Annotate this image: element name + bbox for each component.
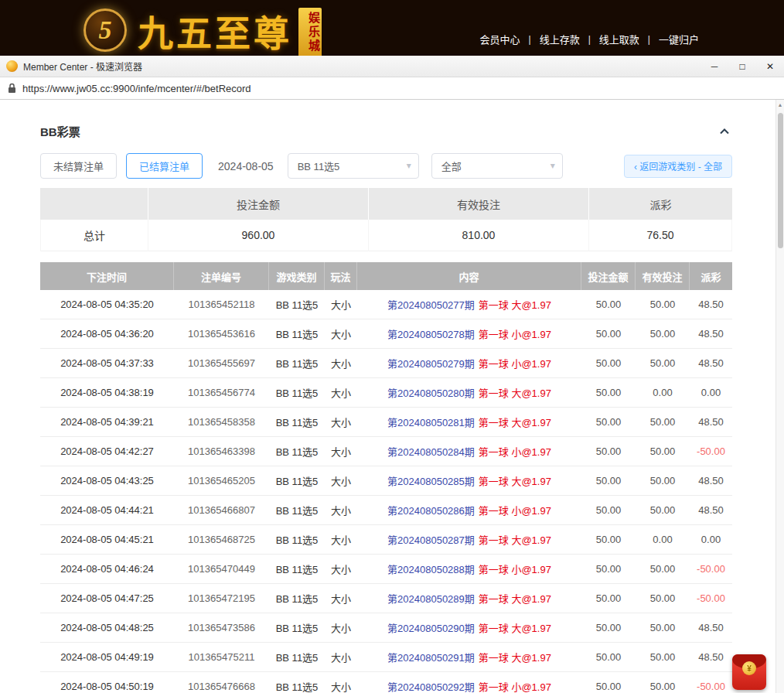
logo-subtitle: 娱乐城 — [298, 8, 322, 56]
back-to-game-category-button[interactable]: ‹ 返回游戏类别 - 全部 — [624, 155, 732, 178]
browser-favicon-icon — [6, 60, 18, 72]
cell-valid: 50.00 — [636, 290, 690, 319]
table-header-cell: 派彩 — [690, 262, 732, 290]
close-button[interactable]: ✕ — [756, 56, 784, 77]
content-pick: 第一球 小@1.97 — [479, 562, 551, 576]
summary-total-row: 总计 960.00 810.00 76.50 — [40, 220, 732, 251]
cell-bet: 50.00 — [581, 584, 636, 613]
cell-time: 2024-08-05 04:35:20 — [40, 290, 174, 319]
content-pick: 第一球 小@1.97 — [479, 326, 551, 341]
content-period: 第202408050289期 — [387, 591, 475, 606]
cell-game: BB 11选5 — [269, 525, 325, 555]
cell-valid: 0.00 — [636, 525, 690, 555]
cell-order-id: 101365473586 — [174, 613, 269, 643]
red-envelope-icon[interactable]: ¥ — [732, 654, 766, 690]
table-header-row: 下注时间注单编号游戏类别玩法内容投注金额有效投注派彩 — [40, 262, 732, 290]
cell-payout: 48.50 — [690, 349, 732, 378]
table-row: 2024-08-05 04:36:20 101365453616 BB 11选5… — [40, 319, 732, 349]
url-text[interactable]: https://www.jw05.cc:9900/infe/mcenter/#/… — [22, 83, 251, 94]
table-row: 2024-08-05 04:45:21 101365468725 BB 11选5… — [40, 525, 732, 555]
cell-valid: 50.00 — [636, 584, 690, 613]
scroll-up-icon[interactable]: ▲ — [776, 102, 784, 108]
cell-game: BB 11选5 — [269, 643, 325, 672]
date-value[interactable]: 2024-08-05 — [218, 160, 274, 172]
cell-play: 大小 — [325, 496, 357, 525]
summary-table: 投注金额 有效投注 派彩 总计 960.00 810.00 76.50 — [40, 188, 732, 251]
cell-content: 第202408050278期 第一球 小@1.97 — [357, 319, 581, 349]
cell-payout: -50.00 — [690, 437, 732, 466]
content-period: 第202408050285期 — [387, 473, 475, 488]
scrollbar-thumb[interactable] — [778, 113, 783, 248]
cell-order-id: 101365452118 — [174, 290, 269, 319]
cell-bet: 50.00 — [581, 319, 636, 349]
cell-bet: 50.00 — [581, 437, 636, 466]
cell-payout: -50.00 — [690, 555, 732, 584]
summary-bet-total: 960.00 — [148, 220, 369, 251]
cell-game: BB 11选5 — [269, 349, 325, 378]
table-row: 2024-08-05 04:47:25 101365472195 BB 11选5… — [40, 584, 732, 613]
content-period: 第202408050291期 — [387, 650, 475, 664]
unsettled-bets-button[interactable]: 未结算注单 — [40, 153, 117, 179]
content-period: 第202408050278期 — [387, 326, 475, 341]
summary-header-row: 投注金额 有效投注 派彩 — [40, 188, 732, 220]
table-header-cell: 玩法 — [325, 262, 357, 290]
cell-play: 大小 — [325, 437, 357, 466]
banner-link[interactable]: 会员中心 — [479, 32, 522, 46]
cell-content: 第202408050279期 第一球 小@1.97 — [357, 349, 581, 378]
cell-play: 大小 — [325, 643, 357, 672]
content-pick: 第一球 小@1.97 — [479, 444, 551, 459]
cell-game: BB 11选5 — [269, 408, 325, 437]
maximize-button[interactable]: □ — [728, 56, 756, 77]
table-header-cell: 游戏类别 — [269, 262, 325, 290]
cell-game: BB 11选5 — [269, 319, 325, 349]
cell-order-id: 101365453616 — [174, 319, 269, 349]
cell-time: 2024-08-05 04:37:33 — [40, 349, 174, 378]
cell-valid: 50.00 — [636, 643, 690, 672]
cell-bet: 50.00 — [581, 613, 636, 643]
cell-play: 大小 — [325, 584, 357, 613]
table-header-cell: 内容 — [357, 262, 581, 290]
cell-bet: 50.00 — [581, 643, 636, 672]
cell-content: 第202408050277期 第一球 大@1.97 — [357, 290, 581, 319]
cell-play: 大小 — [325, 672, 357, 693]
cell-time: 2024-08-05 04:43:25 — [40, 466, 174, 496]
banner-link[interactable]: 线上取款 — [598, 32, 641, 46]
banner-link[interactable]: 一键归户 — [657, 32, 700, 46]
table-row: 2024-08-05 04:35:20 101365452118 BB 11选5… — [40, 290, 732, 319]
cell-order-id: 101365468725 — [174, 525, 269, 555]
separator: | — [588, 34, 591, 45]
cell-valid: 50.00 — [636, 672, 690, 693]
banner-link[interactable]: 线上存款 — [538, 32, 581, 46]
section-title: BB彩票 — [40, 123, 80, 139]
cell-payout: 48.50 — [690, 319, 732, 349]
cell-play: 大小 — [325, 525, 357, 555]
cell-valid: 50.00 — [636, 437, 690, 466]
cell-bet: 50.00 — [581, 349, 636, 378]
page-scrollbar[interactable]: ▲ — [775, 100, 784, 693]
cell-valid: 50.00 — [636, 555, 690, 584]
cell-payout: 48.50 — [690, 496, 732, 525]
cell-content: 第202408050281期 第一球 大@1.97 — [357, 408, 581, 437]
game-select[interactable]: BB 11选5 ▾ — [288, 153, 419, 179]
table-row: 2024-08-05 04:39:21 101365458358 BB 11选5… — [40, 408, 732, 437]
cell-bet: 50.00 — [581, 378, 636, 408]
cell-game: BB 11选5 — [269, 584, 325, 613]
settled-bets-button[interactable]: 已结算注单 — [126, 153, 203, 179]
chevron-up-icon[interactable] — [717, 124, 732, 139]
cell-play: 大小 — [325, 555, 357, 584]
url-bar[interactable]: https://www.jw05.cc:9900/infe/mcenter/#/… — [0, 77, 784, 100]
summary-header-payout: 派彩 — [589, 188, 732, 220]
cell-valid: 50.00 — [636, 466, 690, 496]
minimize-button[interactable]: ─ — [700, 56, 728, 77]
cell-payout: 48.50 — [690, 613, 732, 643]
cell-content: 第202408050290期 第一球 大@1.97 — [357, 613, 581, 643]
content-pick: 第一球 大@1.97 — [479, 473, 551, 488]
content-period: 第202408050288期 — [387, 562, 475, 576]
cell-valid: 50.00 — [636, 496, 690, 525]
cell-payout: 0.00 — [690, 378, 732, 408]
table-row: 2024-08-05 04:43:25 101365465205 BB 11选5… — [40, 466, 732, 496]
separator: | — [648, 34, 650, 45]
table-row: 2024-08-05 04:50:19 101365476668 BB 11选5… — [40, 672, 732, 693]
category-select[interactable]: 全部 ▾ — [431, 153, 563, 179]
chevron-down-icon: ▾ — [407, 159, 411, 170]
